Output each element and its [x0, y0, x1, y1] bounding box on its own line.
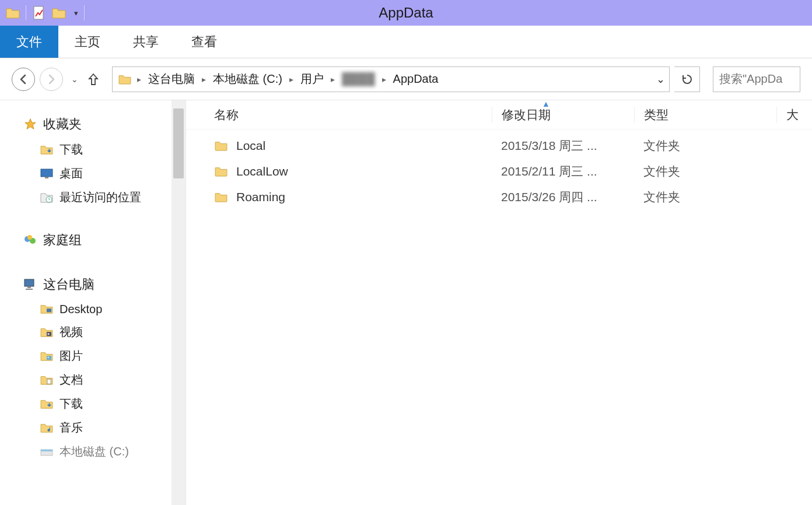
folder-documents-icon	[40, 373, 54, 387]
chevron-right-icon[interactable]: ▸	[135, 67, 144, 92]
folder-icon	[214, 139, 228, 153]
sidebar-item-music[interactable]: 音乐	[23, 416, 186, 440]
up-button[interactable]	[86, 73, 100, 86]
folder-pictures-icon	[40, 349, 54, 363]
address-bar[interactable]: ▸ 这台电脑 ▸ 本地磁盘 (C:) ▸ 用户 ▸ ████ ▸ AppData…	[112, 66, 670, 92]
file-name: Roaming	[236, 190, 285, 204]
recent-locations-dropdown[interactable]: ⌄	[68, 75, 82, 84]
chevron-right-icon[interactable]: ▸	[380, 67, 388, 92]
new-folder-icon[interactable]	[52, 6, 66, 20]
tab-file[interactable]: 文件	[0, 26, 58, 58]
breadcrumb-drive-c[interactable]: 本地磁盘 (C:)	[208, 67, 287, 92]
chevron-right-icon[interactable]: ▸	[328, 67, 337, 92]
scrollbar-thumb[interactable]	[173, 108, 184, 178]
folder-music-icon	[40, 421, 54, 435]
breadcrumb-thispc[interactable]: 这台电脑	[144, 67, 200, 92]
svg-rect-9	[26, 289, 33, 290]
search-placeholder: 搜索"AppDa	[719, 71, 782, 87]
window-title: AppData	[0, 5, 812, 21]
desktop-icon	[40, 167, 54, 181]
favorites-label: 收藏夹	[43, 115, 82, 133]
sidebar-item-pc-desktop[interactable]: Desktop	[23, 298, 186, 320]
separator	[26, 5, 26, 20]
folder-icon	[214, 190, 228, 204]
separator	[84, 5, 85, 20]
breadcrumb-appdata[interactable]: AppData	[388, 67, 443, 92]
sidebar-favorites[interactable]: 收藏夹	[23, 111, 186, 138]
column-header-name[interactable]: 名称	[186, 107, 492, 123]
drive-icon	[40, 445, 54, 459]
homegroup-label: 家庭组	[43, 232, 82, 249]
file-name: LocalLow	[236, 164, 288, 178]
svg-rect-16	[41, 450, 52, 451]
sidebar-item-videos[interactable]: 视频	[23, 320, 186, 344]
sidebar-item-pictures[interactable]: 图片	[23, 344, 186, 368]
svg-rect-2	[45, 177, 48, 178]
ribbon-tabs: 文件 主页 共享 查看	[0, 26, 812, 58]
breadcrumb-users[interactable]: 用户	[296, 67, 328, 92]
column-header-type[interactable]: 类型	[634, 107, 776, 123]
sidebar-item-recent[interactable]: 最近访问的位置	[23, 185, 186, 209]
file-name: Local	[236, 139, 265, 153]
back-button[interactable]	[12, 68, 35, 91]
file-row[interactable]: LocalLow2015/2/11 周三 ...文件夹	[186, 159, 812, 184]
folder-download-icon	[40, 143, 54, 157]
svg-rect-12	[47, 356, 51, 360]
column-headers: ▲ 名称 修改日期 类型 大	[186, 100, 812, 129]
recent-icon	[40, 191, 54, 205]
file-date: 2015/3/18 周三 ...	[492, 138, 634, 154]
svg-rect-8	[27, 286, 31, 288]
thispc-label: 这台电脑	[43, 276, 94, 293]
forward-button[interactable]	[40, 68, 63, 91]
sidebar-item-documents[interactable]: 文档	[23, 368, 186, 392]
column-header-date[interactable]: 修改日期	[492, 107, 634, 123]
star-icon	[23, 117, 37, 131]
sidebar-thispc[interactable]: 这台电脑	[23, 271, 186, 298]
sidebar-item-downloads[interactable]: 下载	[23, 138, 186, 162]
search-input[interactable]: 搜索"AppDa	[713, 66, 800, 92]
svg-rect-7	[24, 279, 34, 286]
tab-home[interactable]: 主页	[58, 26, 117, 58]
refresh-button[interactable]	[674, 66, 700, 92]
svg-rect-14	[47, 379, 51, 384]
properties-icon[interactable]	[32, 6, 46, 20]
sidebar-scrollbar[interactable]	[172, 100, 186, 505]
qat-dropdown-icon[interactable]: ▾	[72, 9, 78, 17]
navigation-bar: ⌄ ▸ 这台电脑 ▸ 本地磁盘 (C:) ▸ 用户 ▸ ████ ▸ AppDa…	[0, 58, 812, 100]
title-bar: ▾ AppData	[0, 0, 812, 26]
svg-rect-1	[41, 169, 52, 177]
file-type: 文件夹	[634, 163, 776, 180]
folder-icon	[40, 302, 54, 316]
chevron-right-icon[interactable]: ▸	[200, 67, 208, 92]
file-type: 文件夹	[634, 189, 776, 205]
breadcrumb-username[interactable]: ████	[337, 67, 380, 92]
address-dropdown-icon[interactable]: ⌄	[652, 67, 669, 92]
folder-videos-icon	[40, 325, 54, 339]
svg-rect-10	[47, 308, 51, 312]
file-date: 2015/2/11 周三 ...	[492, 163, 634, 180]
tab-share[interactable]: 共享	[117, 26, 175, 58]
sidebar-item-pc-downloads[interactable]: 下载	[23, 392, 186, 416]
sidebar-item-desktop[interactable]: 桌面	[23, 162, 186, 185]
file-row[interactable]: Local2015/3/18 周三 ...文件夹	[186, 133, 812, 159]
folder-icon	[214, 164, 228, 178]
file-date: 2015/3/26 周四 ...	[492, 189, 634, 205]
folder-download-icon	[40, 397, 54, 411]
homegroup-icon	[23, 233, 37, 247]
sort-indicator-icon: ▲	[542, 99, 550, 108]
file-row[interactable]: Roaming2015/3/26 周四 ...文件夹	[186, 184, 812, 210]
navigation-pane: 收藏夹 下载 桌面 最近访问的位置 家庭组 这台电脑	[0, 100, 186, 505]
computer-icon	[23, 278, 37, 292]
file-type: 文件夹	[634, 138, 776, 154]
file-list-pane: ▲ 名称 修改日期 类型 大 Local2015/3/18 周三 ...文件夹L…	[186, 100, 812, 505]
svg-point-13	[48, 356, 49, 357]
chevron-right-icon[interactable]: ▸	[287, 67, 296, 92]
folder-icon	[113, 74, 135, 85]
folder-icon	[6, 6, 20, 20]
column-header-size[interactable]: 大	[776, 107, 812, 123]
svg-point-6	[27, 235, 32, 240]
sidebar-item-drive-c[interactable]: 本地磁盘 (C:)	[23, 440, 186, 464]
tab-view[interactable]: 查看	[175, 26, 233, 58]
sidebar-homegroup[interactable]: 家庭组	[23, 227, 186, 254]
quick-access-toolbar: ▾	[0, 5, 85, 20]
